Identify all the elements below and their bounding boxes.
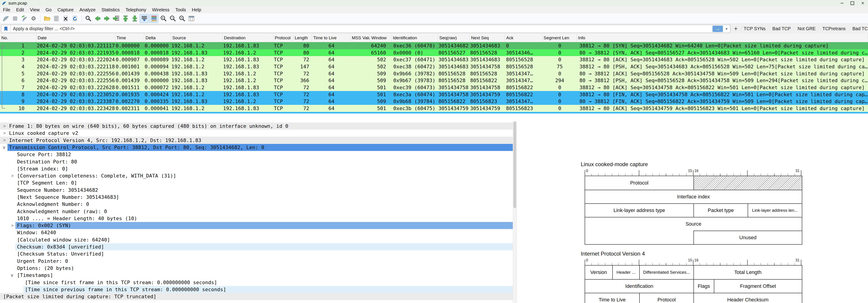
packet-row[interactable]: 22024-02-29 02:03:03.2219350.0008180.000… bbox=[0, 49, 868, 56]
diagram-field-differentiated-services-[interactable]: Differentiated Services... bbox=[639, 266, 693, 279]
detail-line[interactable]: ∨Transmission Control Protocol, Src Port… bbox=[0, 144, 513, 151]
column-header-info[interactable]: Info bbox=[577, 34, 868, 42]
zoom-reset-icon[interactable]: = bbox=[178, 14, 186, 23]
detail-line[interactable]: Source Port: 38812 bbox=[0, 151, 513, 158]
menu-view[interactable]: View bbox=[27, 6, 42, 13]
detail-line[interactable]: ∨[Timestamps] bbox=[0, 272, 513, 279]
menu-edit[interactable]: Edit bbox=[13, 6, 27, 13]
minimize-button[interactable] bbox=[837, 0, 847, 6]
menu-help[interactable]: Help bbox=[189, 6, 204, 13]
detail-line[interactable]: Checksum: 0x83d4 [unverified] bbox=[0, 243, 513, 250]
capture-start-icon[interactable] bbox=[1, 14, 10, 23]
packet-row[interactable]: 82024-02-29 02:03:03.2230520.0019350.000… bbox=[0, 91, 868, 98]
menu-tools[interactable]: Tools bbox=[173, 6, 189, 13]
detail-line[interactable]: Destination Port: 80 bbox=[0, 158, 513, 165]
packet-row[interactable]: 102024-02-29 02:03:03.2234280.0023110.00… bbox=[0, 105, 868, 112]
file-reload-icon[interactable] bbox=[70, 14, 79, 23]
column-header-mss[interactable]: MSS Valu bbox=[350, 34, 370, 42]
filter-add-button[interactable]: + bbox=[731, 25, 740, 32]
menu-go[interactable]: Go bbox=[42, 6, 55, 13]
detail-line[interactable]: [Calculated window size: 64240] bbox=[0, 236, 513, 243]
filter-preset-tcpretrans[interactable]: TCPretrans bbox=[819, 26, 849, 31]
packet-row[interactable]: 72024-02-29 02:03:03.2226280.0015110.000… bbox=[0, 84, 868, 91]
detail-line[interactable]: >Flags: 0x002 (SYN) bbox=[0, 222, 513, 229]
diagram-field-source[interactable]: Source bbox=[585, 217, 802, 230]
detail-line[interactable]: Sequence Number: 3051434682 bbox=[0, 187, 513, 194]
display-filter-field[interactable]: → ▾ bbox=[1, 25, 731, 33]
detail-line[interactable]: >Internet Protocol Version 4, Src: 192.1… bbox=[0, 137, 513, 144]
diagram-field-header-checksum[interactable]: Header Checksum bbox=[693, 293, 802, 303]
diagram-field-time-to-live[interactable]: Time to Live bbox=[585, 293, 639, 303]
diagram-field-link-layer-address-type[interactable]: Link-layer address type bbox=[585, 203, 693, 217]
diagram-field-flags[interactable]: Flags bbox=[693, 279, 714, 293]
menu-telephony[interactable]: Telephony bbox=[123, 6, 149, 13]
filter-preset-not-gre[interactable]: Not GRE bbox=[794, 26, 819, 31]
diagram-field-total-length[interactable]: Total Length bbox=[693, 266, 802, 279]
diagram-field-protocol[interactable]: Protocol bbox=[585, 176, 693, 190]
column-header-delta[interactable]: Delta bbox=[144, 34, 171, 42]
column-header-ack[interactable]: Ack bbox=[505, 34, 542, 42]
capture-options-icon[interactable]: ⚙ bbox=[29, 14, 38, 23]
detail-line[interactable]: >[Conversation completeness: Complete, W… bbox=[0, 172, 513, 179]
file-save-icon[interactable]: 010110 bbox=[52, 14, 61, 23]
column-header-protocol[interactable]: Protocol bbox=[273, 34, 293, 42]
packet-row[interactable]: 52024-02-29 02:03:03.2225560.0014390.000… bbox=[0, 70, 868, 77]
diagram-field-interface-index[interactable]: Interface index bbox=[585, 190, 802, 203]
column-header-next_seq[interactable]: Next Seq bbox=[470, 34, 505, 42]
detail-line[interactable]: >Linux cooked capture v2 bbox=[0, 130, 513, 137]
packet-row[interactable]: 12024-02-29 02:03:03.2211170.0000000.000… bbox=[0, 42, 868, 49]
tree-chevron-icon[interactable]: > bbox=[0, 137, 7, 144]
go-to-packet-icon[interactable] bbox=[112, 14, 120, 23]
diagram-field-header-[interactable]: Header ... bbox=[612, 266, 640, 279]
detail-line[interactable]: 1010 .... = Header Length: 40 bytes (10) bbox=[0, 215, 513, 222]
display-filter-input[interactable] bbox=[11, 25, 712, 33]
column-header-seq_raw[interactable]: Seq(raw) bbox=[438, 34, 470, 42]
detail-line[interactable]: [Checksum Status: Unverified] bbox=[0, 250, 513, 257]
tree-chevron-icon[interactable]: > bbox=[0, 172, 16, 179]
diagram-field-protocol[interactable]: Protocol bbox=[639, 293, 693, 303]
zoom-out-icon[interactable]: − bbox=[168, 14, 177, 23]
file-close-icon[interactable] bbox=[61, 14, 70, 23]
diagram-field-identification[interactable]: Identification bbox=[585, 279, 693, 293]
zoom-in-icon[interactable]: + bbox=[159, 14, 168, 23]
detail-line[interactable]: Acknowledgment Number: 0 bbox=[0, 201, 513, 208]
packet-row[interactable]: 62024-02-29 02:03:03.2225560.0014390.000… bbox=[0, 77, 868, 84]
tree-chevron-icon[interactable]: > bbox=[0, 122, 7, 130]
diagram-field-link-layer-address-len-[interactable]: Link-layer address len... bbox=[748, 203, 802, 217]
detail-line[interactable]: [Time since previous frame in this TCP s… bbox=[0, 286, 513, 293]
column-header-date[interactable]: Date bbox=[36, 34, 115, 42]
column-header-source[interactable]: Source bbox=[171, 34, 223, 42]
packet-row[interactable]: 42024-02-29 02:03:03.2221180.0010010.000… bbox=[0, 63, 868, 70]
column-header-identification[interactable]: Identification bbox=[392, 34, 438, 42]
maximize-button[interactable] bbox=[847, 0, 858, 6]
details-scrollbar[interactable] bbox=[513, 121, 517, 303]
go-last-icon[interactable] bbox=[130, 14, 139, 23]
tree-chevron-icon[interactable]: ∨ bbox=[0, 272, 16, 279]
column-header-window[interactable]: Window bbox=[370, 34, 392, 42]
menu-statistics[interactable]: Statistics bbox=[99, 6, 123, 13]
packet-row[interactable]: 32024-02-29 02:03:03.2220240.0009070.000… bbox=[0, 56, 868, 63]
resize-columns-icon[interactable] bbox=[187, 14, 196, 23]
filter-bookmark-icon[interactable] bbox=[1, 25, 11, 33]
menu-wireless[interactable]: Wireless bbox=[149, 6, 173, 13]
column-header-length[interactable]: Length bbox=[293, 34, 312, 42]
go-forward-icon[interactable] bbox=[102, 14, 111, 23]
column-header-time[interactable]: Time bbox=[115, 34, 144, 42]
detail-line[interactable]: Window: 64240 bbox=[0, 229, 513, 236]
diagram-field-version[interactable]: Version bbox=[585, 266, 612, 279]
packet-row[interactable]: 92024-02-29 02:03:03.2233870.0022700.000… bbox=[0, 98, 868, 105]
tree-chevron-icon[interactable]: ∨ bbox=[0, 144, 7, 151]
filter-dropdown-caret-icon[interactable]: ▾ bbox=[724, 27, 729, 31]
column-header-ttl[interactable]: Time to Live bbox=[312, 34, 350, 42]
column-header-segment_len[interactable]: Segment Len bbox=[542, 34, 577, 42]
detail-line[interactable]: [Next Sequence Number: 3051434683] bbox=[0, 194, 513, 201]
detail-line[interactable]: [Packet size limited during capture: TCP… bbox=[0, 293, 513, 300]
column-header-no[interactable]: No. bbox=[0, 34, 36, 42]
detail-line[interactable]: >Frame 1: 80 bytes on wire (640 bits), 6… bbox=[0, 122, 513, 130]
detail-line[interactable]: [TCP Segment Len: 0] bbox=[0, 179, 513, 186]
filter-apply-button[interactable]: → bbox=[712, 26, 723, 32]
diagram-field-fragment-offset[interactable]: Fragment Offset bbox=[714, 279, 802, 293]
diagram-field-unused[interactable]: Unused bbox=[693, 230, 802, 244]
filter-preset-bad-tcp-2[interactable]: Bad TCP_2 bbox=[849, 26, 868, 31]
filter-preset-bad-tcp[interactable]: Bad TCP bbox=[769, 26, 794, 31]
